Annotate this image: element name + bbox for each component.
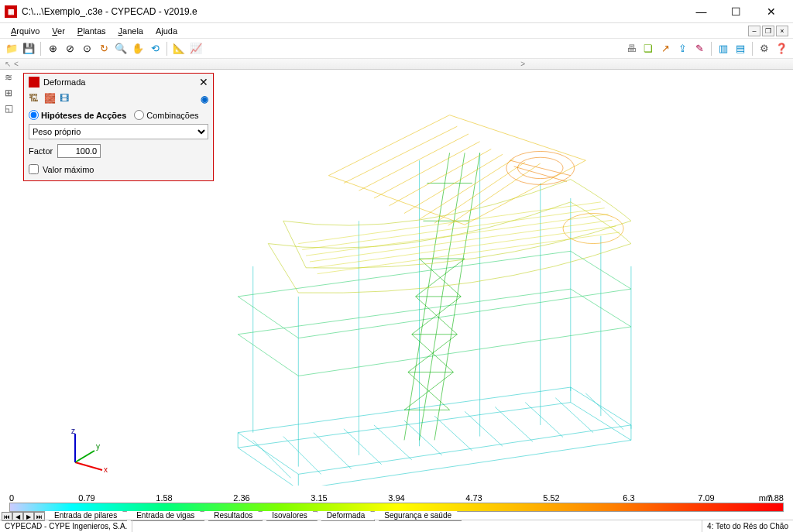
menu-plantas[interactable]: Plantas [71,25,112,37]
svg-line-52 [318,232,620,274]
config-icon[interactable]: ⚙ [757,42,771,56]
factor-row: Factor [24,141,213,161]
menu-janela[interactable]: Janela [112,25,149,37]
mdi-close[interactable]: × [776,26,788,36]
panel-icon [29,77,39,88]
radio-combinacoes[interactable]: Combinações [134,110,198,120]
panel-close-button[interactable]: ✕ [199,76,208,88]
svg-line-17 [585,393,623,430]
separator [166,42,167,56]
window-controls: — ☐ ✕ [684,1,788,22]
zoom-fit-icon[interactable]: ⊙ [80,42,94,56]
panel-title: Deformada [43,77,85,87]
svg-line-67 [75,462,102,470]
layers-icon[interactable]: ❏ [641,42,655,56]
panel-tool-3-icon[interactable]: 🎞 [60,93,72,105]
svg-marker-0 [238,387,631,474]
scale-v2: 1.58 [125,493,203,503]
panel-tool-1-icon[interactable]: 🏗 [29,93,41,105]
zoom-extents-icon[interactable]: ⊘ [63,42,77,56]
svg-line-54 [344,126,457,183]
settings-icon[interactable]: ✎ [692,42,706,56]
svg-line-13 [465,411,503,446]
hypothesis-select[interactable]: Peso próprio [29,124,208,139]
graph-icon[interactable]: 📈 [189,42,203,56]
window2-icon[interactable]: ▤ [733,42,747,56]
svg-line-69 [75,451,94,462]
svg-line-47 [298,202,601,244]
window-title: C:\...\Exemplo_.c3e - CYPECAD - v2019.e [22,6,684,17]
tab-deformada[interactable]: Deformada [317,511,375,521]
maximize-button[interactable]: ☐ [719,1,754,22]
statusbar: CYPECAD - CYPE Ingenieros, S.A. 4: Teto … [0,520,793,532]
cube-icon[interactable]: ◱ [2,102,15,115]
pan-icon[interactable]: ✋ [131,42,145,56]
print-icon[interactable]: 🖶 [624,42,638,56]
window1-icon[interactable]: ▥ [716,42,730,56]
help-icon[interactable]: ❓ [774,42,788,56]
mdi-restore[interactable]: ❐ [762,26,774,36]
ruler: ↖ < > [0,59,793,70]
redraw-icon[interactable]: ↻ [97,42,111,56]
share-icon[interactable]: ⇪ [675,42,689,56]
scale-v8: 6.3 [590,493,668,503]
ruler-marker-right: > [520,60,525,68]
radio-hipoteses-input[interactable] [29,110,39,120]
svg-line-9 [344,429,382,465]
orbit-icon[interactable]: ⟲ [148,42,162,56]
svg-line-12 [434,416,472,451]
svg-point-66 [563,214,623,244]
mdi-minimize[interactable]: – [748,26,760,36]
radio-hipoteses-label: Hipóteses de Acções [41,111,126,120]
app-icon: ▦ [5,5,17,18]
svg-line-6 [253,440,291,478]
svg-line-11 [404,420,442,455]
save-icon[interactable]: 💾 [22,42,36,56]
svg-line-56 [374,142,480,198]
panel-titlebar[interactable]: Deformada ✕ [24,74,213,91]
status-company: CYPECAD - CYPE Ingenieros, S.A. [0,520,132,532]
svg-line-49 [306,214,609,256]
factor-input[interactable] [57,144,101,158]
titlebar: ▦ C:\...\Exemplo_.c3e - CYPECAD - v2019.… [0,0,793,23]
separator [752,42,753,56]
panel-tool-2-icon[interactable]: 🧱 [44,93,57,105]
svg-text:x: x [104,465,108,474]
scale-unit: mm [759,493,773,503]
valor-maximo-checkbox[interactable] [29,164,39,174]
valor-maximo-row: Valor máximo [24,161,213,180]
scale-v9: 7.09 [668,493,745,503]
svg-line-16 [555,398,593,433]
svg-marker-28 [238,251,631,338]
panel-help-icon[interactable]: ◉ [201,94,208,105]
export-icon[interactable]: ↗ [658,42,672,56]
scale-v5: 3.94 [358,493,435,503]
minimize-button[interactable]: — [684,1,719,22]
scale-v6: 4.73 [435,493,513,503]
svg-text:y: y [96,442,100,451]
svg-line-59 [420,159,514,219]
left-toolbar: ≋ ⊞ ◱ [2,71,17,115]
menu-ajuda[interactable]: Ajuda [149,25,184,37]
scale-v1: 0.79 [48,493,125,503]
grid-icon[interactable]: ⊞ [2,87,15,99]
svg-line-15 [525,403,563,438]
menu-ver[interactable]: Ver [46,25,71,37]
zoom-window-icon[interactable]: ⊕ [46,42,60,56]
svg-line-55 [359,134,469,190]
elements-icon[interactable]: ≋ [2,71,15,84]
svg-line-61 [448,163,541,225]
svg-line-7 [283,437,321,475]
radio-hipoteses[interactable]: Hipóteses de Acções [29,110,126,120]
svg-line-10 [374,425,412,460]
zoom-realtime-icon[interactable]: 🔍 [114,42,128,56]
svg-line-46 [420,259,462,297]
open-icon[interactable]: 📁 [5,42,19,56]
scale-v0: 0 [9,493,48,503]
close-button[interactable]: ✕ [754,1,788,22]
cursor-icon: ↖ [5,60,11,68]
menu-arquivo[interactable]: Arquivo [5,25,46,37]
measure-icon[interactable]: 📐 [172,42,186,56]
radio-combinacoes-input[interactable] [134,110,144,120]
toolbar: 📁 💾 ⊕ ⊘ ⊙ ↻ 🔍 ✋ ⟲ 📐 📈 🖶 ❏ ↗ ⇪ ✎ ▥ ▤ ⚙ ❓ [0,39,793,59]
